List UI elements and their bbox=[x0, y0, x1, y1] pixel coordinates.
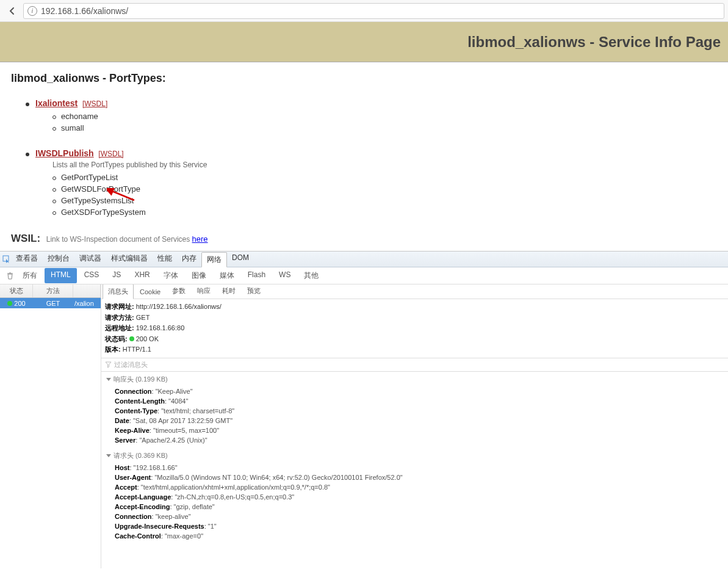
wsil-label: WSIL: bbox=[11, 233, 40, 244]
filter-tab[interactable]: XHR bbox=[128, 268, 156, 283]
address-bar: i 192.168.1.66/xalionws/ bbox=[0, 0, 728, 22]
filter-tab[interactable]: WS bbox=[273, 268, 297, 283]
collapse-icon[interactable] bbox=[106, 378, 111, 381]
port-link[interactable]: Ixaliontest bbox=[35, 98, 77, 108]
wsdl-link[interactable]: [WSDL] bbox=[98, 150, 123, 158]
filter-icon bbox=[105, 361, 112, 368]
devtools-tab[interactable]: 控制台 bbox=[43, 252, 74, 267]
header-line: Server: "Apache/2.4.25 (Unix)" bbox=[106, 435, 723, 445]
header-line: Cache-Control: "max-age=0" bbox=[106, 531, 723, 541]
detail-tab[interactable]: 响应 bbox=[192, 284, 216, 299]
page-content: libmod_xalionws - PortTypes: Ixaliontest… bbox=[0, 62, 728, 251]
svg-rect-1 bbox=[3, 256, 9, 261]
col-file[interactable] bbox=[73, 284, 101, 297]
element-picker-icon[interactable] bbox=[2, 255, 11, 264]
header-line: Accept-Encoding: "gzip, deflate" bbox=[106, 502, 723, 512]
filter-tab[interactable]: 媒体 bbox=[214, 268, 240, 283]
request-list-header: 状态 方法 bbox=[0, 284, 101, 298]
wsil-text: Link to WS-Inspection document of Servic… bbox=[46, 235, 192, 244]
port-item: IWSDLPublish [WSDL]Lists all the PortTyp… bbox=[26, 148, 717, 217]
header-line: User-Agent: "Mozilla/5.0 (Windows NT 10.… bbox=[106, 473, 723, 482]
header-line: Accept-Language: "zh-CN,zh;q=0.8,en-US;q… bbox=[106, 492, 723, 502]
devtools-toolbar: 查看器控制台调试器样式编辑器性能内存网络DOM bbox=[0, 252, 728, 267]
clear-icon[interactable] bbox=[4, 270, 16, 282]
banner-title: libmod_xalionws - Service Info Page bbox=[467, 34, 721, 51]
url-field[interactable]: i 192.168.1.66/xalionws/ bbox=[23, 3, 724, 19]
devtools-tab[interactable]: DOM bbox=[227, 252, 254, 267]
devtools-filter-bar: 所有HTMLCSSJSXHR字体图像媒体FlashWS其他 bbox=[0, 267, 728, 284]
request-headers-section: 请求头 (0.369 KB) Host: "192.168.1.66"User-… bbox=[101, 448, 728, 544]
port-link[interactable]: IWSDLPublish bbox=[35, 148, 94, 158]
operation-item: sumall bbox=[52, 123, 717, 132]
header-line: Connection: "Keep-Alive" bbox=[106, 386, 723, 396]
devtools-tab[interactable]: 查看器 bbox=[11, 252, 43, 267]
filter-tab[interactable]: 所有 bbox=[16, 268, 43, 283]
devtools-tab[interactable]: 样式编辑器 bbox=[106, 252, 153, 267]
header-line: Connection: "keep-alive" bbox=[106, 512, 723, 521]
request-row[interactable]: 200 GET /xalion bbox=[0, 298, 101, 308]
devtools-tab[interactable]: 网络 bbox=[201, 252, 227, 267]
col-method[interactable]: 方法 bbox=[33, 284, 73, 297]
detail-tab[interactable]: 消息头 bbox=[103, 284, 134, 299]
detail-tab[interactable]: Cookie bbox=[134, 285, 166, 299]
filter-tab[interactable]: JS bbox=[106, 268, 127, 283]
operation-item: echoname bbox=[52, 112, 717, 121]
wsil-section: WSIL: Link to WS-Inspection document of … bbox=[11, 233, 717, 245]
request-detail: 消息头Cookie参数响应耗时预览 请求网址: http://192.168.1… bbox=[101, 284, 728, 568]
page-banner: libmod_xalionws - Service Info Page bbox=[0, 22, 728, 62]
request-summary: 请求网址: http://192.168.1.66/xalionws/ 请求方法… bbox=[101, 299, 728, 358]
header-line: Upgrade-Insecure-Requests: "1" bbox=[106, 521, 723, 531]
filter-tab[interactable]: 图像 bbox=[186, 268, 212, 283]
response-headers-section: 响应头 (0.199 KB) Connection: "Keep-Alive"C… bbox=[101, 372, 728, 448]
annotation-arrow-icon bbox=[107, 188, 137, 205]
header-line: Content-Length: "4084" bbox=[106, 396, 723, 406]
port-desc: Lists all the PortTypes published by thi… bbox=[52, 161, 717, 169]
port-item: Ixaliontest [WSDL]echonamesumall bbox=[26, 98, 717, 132]
filter-tab[interactable]: Flash bbox=[242, 268, 272, 283]
filter-tab[interactable]: HTML bbox=[45, 268, 77, 283]
operation-item: GetTypeSystemsList bbox=[52, 196, 717, 205]
devtools-tab[interactable]: 调试器 bbox=[74, 252, 106, 267]
detail-tab[interactable]: 参数 bbox=[167, 284, 191, 299]
header-line: Content-Type: "text/html; charset=utf-8" bbox=[106, 406, 723, 416]
filter-tab[interactable]: 其他 bbox=[298, 268, 325, 283]
url-text: 192.168.1.66/xalionws/ bbox=[41, 6, 128, 16]
header-filter-input[interactable]: 过滤消息头 bbox=[101, 358, 728, 372]
header-line: Keep-Alive: "timeout=5, max=100" bbox=[106, 425, 723, 435]
operation-item: GetPortTypeList bbox=[52, 173, 717, 182]
operation-item: GetXSDForTypeSystem bbox=[52, 208, 717, 217]
col-status[interactable]: 状态 bbox=[0, 284, 33, 297]
info-icon[interactable]: i bbox=[27, 6, 37, 16]
svg-line-0 bbox=[110, 190, 134, 200]
collapse-icon[interactable] bbox=[106, 454, 111, 457]
back-button[interactable] bbox=[4, 2, 21, 20]
wsil-link[interactable]: here bbox=[192, 234, 208, 244]
header-line: Host: "192.168.1.66" bbox=[106, 463, 723, 473]
devtools-tab[interactable]: 内存 bbox=[177, 252, 201, 267]
devtools-panel: 查看器控制台调试器样式编辑器性能内存网络DOM 所有HTMLCSSJSXHR字体… bbox=[0, 251, 728, 568]
detail-tabs: 消息头Cookie参数响应耗时预览 bbox=[101, 284, 728, 299]
detail-tab[interactable]: 预览 bbox=[242, 284, 266, 299]
header-line: Accept: "text/html,application/xhtml+xml… bbox=[106, 482, 723, 492]
filter-tab[interactable]: CSS bbox=[78, 268, 106, 283]
detail-tab[interactable]: 耗时 bbox=[217, 284, 241, 299]
operation-item: GetWSDLForPortType bbox=[52, 184, 717, 194]
status-dot-icon bbox=[7, 301, 12, 306]
request-list: 状态 方法 200 GET /xalion bbox=[0, 284, 101, 568]
page-heading: libmod_xalionws - PortTypes: bbox=[11, 72, 717, 85]
header-line: Date: "Sat, 08 Apr 2017 13:22:59 GMT" bbox=[106, 416, 723, 425]
filter-tab[interactable]: 字体 bbox=[157, 268, 184, 283]
devtools-tab[interactable]: 性能 bbox=[153, 252, 177, 267]
wsdl-link[interactable]: [WSDL] bbox=[82, 100, 107, 108]
